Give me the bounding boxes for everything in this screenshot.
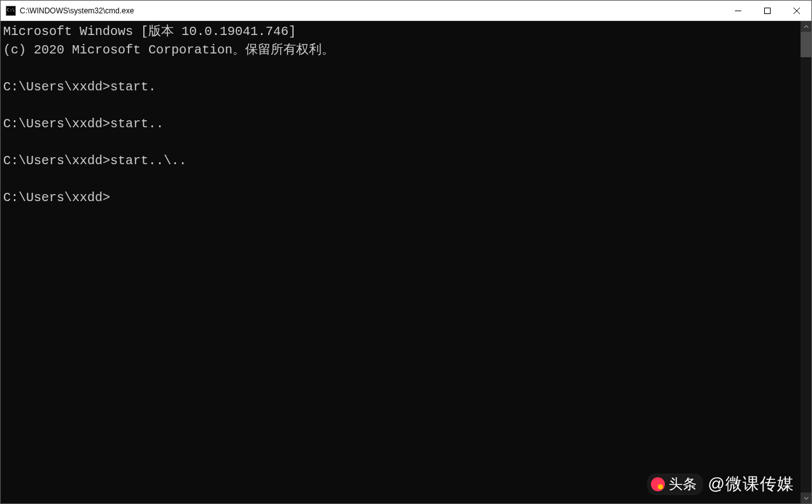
scroll-up-button[interactable] bbox=[801, 21, 811, 32]
minimize-icon bbox=[735, 8, 741, 14]
scroll-track[interactable] bbox=[801, 32, 811, 493]
maximize-button[interactable] bbox=[753, 1, 782, 20]
scrollbar[interactable] bbox=[801, 21, 811, 503]
watermark-badge: 头条 bbox=[647, 473, 703, 495]
content-area: Microsoft Windows [版本 10.0.19041.746] (c… bbox=[1, 21, 811, 503]
svg-rect-1 bbox=[765, 8, 771, 13]
scroll-down-button[interactable] bbox=[801, 493, 811, 503]
titlebar[interactable]: C:\ C:\WINDOWS\system32\cmd.exe bbox=[1, 1, 811, 21]
cmd-icon: C:\ bbox=[6, 6, 16, 16]
minimize-button[interactable] bbox=[723, 1, 753, 20]
window-controls bbox=[723, 1, 811, 20]
terminal-output[interactable]: Microsoft Windows [版本 10.0.19041.746] (c… bbox=[1, 21, 801, 503]
watermark: 头条 @微课传媒 bbox=[647, 473, 794, 495]
window-title: C:\WINDOWS\system32\cmd.exe bbox=[20, 6, 723, 15]
close-icon bbox=[794, 8, 800, 14]
close-button[interactable] bbox=[782, 1, 811, 20]
scroll-thumb[interactable] bbox=[801, 32, 811, 57]
chevron-up-icon bbox=[804, 24, 809, 29]
maximize-icon bbox=[764, 8, 771, 14]
cmd-window: C:\ C:\WINDOWS\system32\cmd.exe Microsof… bbox=[0, 0, 812, 504]
watermark-brand: 头条 bbox=[669, 475, 697, 494]
watermark-handle: @微课传媒 bbox=[708, 473, 794, 495]
chevron-down-icon bbox=[804, 496, 809, 501]
watermark-logo-icon bbox=[651, 477, 665, 491]
